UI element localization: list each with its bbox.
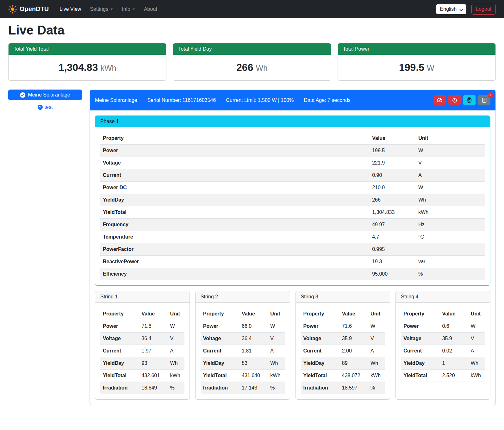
cell-value: 1,304.833 [370, 206, 416, 219]
table-row: Frequency 49.97 Hz [100, 219, 485, 231]
cell-value: 95.000 [370, 268, 416, 280]
cell-unit: % [416, 268, 485, 280]
cell-unit: % [168, 382, 184, 394]
table-row: Current 0.90 A [100, 169, 485, 182]
nav-item-live-view[interactable]: Live View [56, 4, 85, 15]
brand[interactable]: OpenDTU [8, 5, 49, 14]
cell-unit: V [268, 333, 284, 345]
cell-property: Current [100, 345, 139, 357]
table-row: PowerFactor 0.995 [100, 243, 485, 256]
cell-property: Efficiency [100, 268, 370, 280]
card-title: Total Yield Day [173, 43, 331, 55]
cell-unit: Wh [168, 357, 184, 370]
nav-label: About [144, 6, 157, 12]
table-row: Current 1.97 A [100, 345, 184, 357]
cell-value: 2.520 [440, 370, 468, 382]
nav-item-about[interactable]: About [140, 4, 161, 15]
event-count-badge: 2 [488, 92, 493, 98]
col-property: Property [201, 308, 239, 320]
card-total-power: Total Power 199.5W [338, 43, 496, 81]
cell-value: 49.97 [370, 219, 416, 231]
table-header-row: Property Value Unit [201, 308, 285, 320]
navbar: OpenDTU Live View Settings Info About En… [0, 0, 504, 18]
string-table: Property Value Unit Power 71.6 [301, 308, 385, 394]
inverter-name: Meine Solaranlage [95, 97, 137, 103]
strings-row: String 1 Property Value Unit [95, 291, 490, 400]
sidebar-item-meine-solaranlage[interactable]: Meine Solaranlage [8, 90, 82, 100]
cell-value: 17.143 [239, 382, 268, 394]
col-unit: Unit [368, 308, 385, 320]
table-row: Current 1.81 A [201, 345, 285, 357]
cell-unit: A [468, 345, 485, 357]
logout-button[interactable]: Logout [471, 4, 496, 15]
brand-label: OpenDTU [20, 5, 49, 13]
table-row: YieldDay 89 Wh [301, 357, 385, 370]
table-row: Irradiation 18.649 % [100, 382, 184, 394]
cell-value: 93 [139, 357, 167, 370]
table-row: YieldTotal 431.640 kWh [201, 370, 285, 382]
cell-property: Irradiation [201, 382, 239, 394]
cell-property: YieldTotal [100, 370, 139, 382]
cell-property: Power [201, 320, 239, 333]
cell-property: YieldDay [201, 357, 239, 370]
limit-settings-button[interactable] [433, 95, 446, 105]
string-body: Property Value Unit Power 71.8 [95, 303, 190, 399]
data-age: Data Age: 7 seconds [304, 97, 351, 103]
device-info-button[interactable] [463, 95, 476, 105]
cell-unit: V [468, 333, 485, 345]
nav-item-settings[interactable]: Settings [86, 4, 117, 15]
phase-body: Property Value Unit Power 199.5 W [95, 127, 490, 285]
table-row: YieldTotal 2.520 kWh [401, 370, 485, 382]
col-unit: Unit [268, 308, 284, 320]
card-body: 1,304.83kWh [9, 55, 166, 80]
card-value: 199.5 [399, 62, 424, 73]
string-table-body: Power 71.8 W Voltage 36.4 V [100, 320, 184, 394]
cell-value: 1.81 [239, 345, 268, 357]
sun-icon [8, 5, 17, 14]
speedometer-icon [437, 97, 443, 103]
cell-value: 35.9 [440, 333, 468, 345]
card-title: Total Power [338, 43, 495, 55]
table-row: Voltage 221.9 V [100, 157, 485, 169]
sidebar-item-test[interactable]: test [8, 104, 82, 110]
language-select[interactable]: English [436, 4, 466, 14]
col-value: Value [440, 308, 468, 320]
string-card-3: String 3 Property Value Unit [296, 291, 390, 400]
power-button[interactable] [448, 95, 461, 105]
table-header-row: Property Value Unit [401, 308, 485, 320]
chevron-down-icon [459, 8, 463, 11]
string-table-body: Power 71.6 W Voltage 35.9 V [301, 320, 385, 394]
cell-value: 71.8 [139, 320, 167, 333]
string-card-2: String 2 Property Value Unit [195, 291, 290, 400]
cell-unit: kWh [416, 206, 485, 219]
table-row: YieldTotal 432.601 kWh [100, 370, 184, 382]
chevron-down-icon [133, 9, 135, 10]
table-row: Irradiation 18.597 % [301, 382, 385, 394]
col-value: Value [370, 132, 416, 145]
cell-property: Temperature [100, 231, 370, 243]
table-row: Power 71.8 W [100, 320, 184, 333]
chevron-down-icon [110, 9, 113, 10]
cpu-icon [466, 97, 472, 103]
event-log-button[interactable]: 2 [478, 95, 490, 105]
cell-property: YieldDay [301, 357, 339, 370]
cell-value: 2.00 [339, 345, 368, 357]
cell-value: 36.4 [239, 333, 268, 345]
cell-value: 210.0 [370, 182, 416, 194]
cell-property: Power DC [100, 182, 370, 194]
cell-unit: A [168, 345, 184, 357]
language-selected: English [440, 6, 457, 12]
cell-value: 19.3 [370, 256, 416, 268]
cell-unit: A [368, 345, 385, 357]
cell-property: ReactivePower [100, 256, 370, 268]
cell-property: Irradiation [301, 382, 339, 394]
cell-value: 0.995 [370, 243, 416, 256]
table-row: Current 2.00 A [301, 345, 385, 357]
inverter-name: test [45, 104, 53, 110]
cell-value: 0.6 [440, 320, 468, 333]
cell-value: 431.640 [239, 370, 268, 382]
nav-item-info[interactable]: Info [118, 4, 139, 15]
col-value: Value [139, 308, 167, 320]
cell-unit: W [368, 320, 385, 333]
cell-unit: V [168, 333, 184, 345]
